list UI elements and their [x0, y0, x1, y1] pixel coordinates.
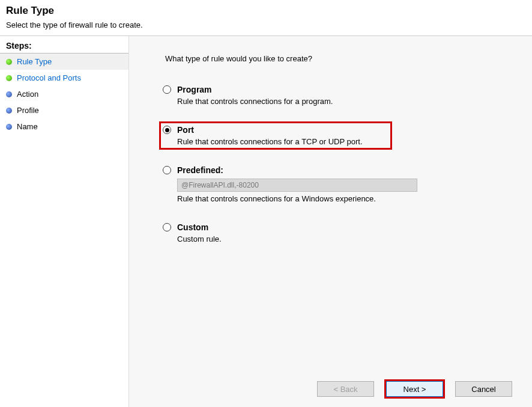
- step-protocol-and-ports[interactable]: Protocol and Ports: [0, 70, 128, 86]
- option-port-desc: Rule that controls connections for a TCP…: [177, 137, 388, 146]
- option-program-label: Program: [177, 85, 212, 94]
- option-custom[interactable]: Custom Custom rule.: [159, 219, 514, 247]
- page-title: Rule Type: [6, 5, 526, 17]
- option-predefined-label: Predefined:: [177, 165, 223, 175]
- step-action: Action: [0, 86, 128, 102]
- step-name: Name: [0, 118, 128, 135]
- wizard-body: Steps: Rule Type Protocol and Ports Acti…: [0, 35, 532, 407]
- option-predefined[interactable]: Predefined: @FirewallAPI.dll,-80200 Rule…: [159, 162, 514, 207]
- radio-custom[interactable]: [163, 223, 171, 231]
- step-label: Action: [17, 90, 38, 99]
- option-program[interactable]: Program Rule that controls connections f…: [159, 81, 514, 109]
- step-label: Protocol and Ports: [17, 73, 81, 82]
- rule-type-question: What type of rule would you like to crea…: [147, 54, 514, 63]
- step-bullet-icon: [6, 59, 12, 65]
- radio-predefined[interactable]: [163, 166, 171, 174]
- rule-type-options: Program Rule that controls connections f…: [147, 81, 514, 372]
- option-port[interactable]: Port Rule that controls connections for …: [159, 121, 392, 150]
- step-rule-type[interactable]: Rule Type: [0, 54, 128, 70]
- option-predefined-desc: Rule that controls connections for a Win…: [177, 194, 510, 203]
- back-button: < Back: [317, 381, 374, 397]
- predefined-dropdown[interactable]: @FirewallAPI.dll,-80200: [177, 179, 417, 192]
- step-bullet-icon: [6, 108, 12, 114]
- page-subtitle: Select the type of firewall rule to crea…: [6, 20, 526, 29]
- wizard-buttons: < Back Next > Cancel: [147, 372, 514, 399]
- step-bullet-icon: [6, 124, 12, 130]
- cancel-button[interactable]: Cancel: [455, 381, 512, 397]
- step-label: Name: [17, 122, 38, 131]
- steps-heading: Steps:: [0, 41, 128, 54]
- step-bullet-icon: [6, 91, 12, 97]
- step-label: Profile: [17, 106, 39, 115]
- radio-port[interactable]: [163, 126, 171, 134]
- next-button[interactable]: Next >: [386, 381, 443, 397]
- predefined-dropdown-value: @FirewallAPI.dll,-80200: [181, 181, 259, 189]
- option-port-label: Port: [177, 125, 194, 135]
- radio-program[interactable]: [163, 85, 171, 94]
- option-custom-desc: Custom rule.: [177, 234, 510, 243]
- step-profile: Profile: [0, 102, 128, 118]
- step-label: Rule Type: [17, 57, 52, 66]
- option-custom-label: Custom: [177, 222, 208, 232]
- step-bullet-icon: [6, 75, 12, 81]
- wizard-header: Rule Type Select the type of firewall ru…: [0, 0, 532, 35]
- steps-sidebar: Steps: Rule Type Protocol and Ports Acti…: [0, 36, 128, 407]
- option-program-desc: Rule that controls connections for a pro…: [177, 97, 510, 106]
- main-panel: What type of rule would you like to crea…: [128, 36, 532, 407]
